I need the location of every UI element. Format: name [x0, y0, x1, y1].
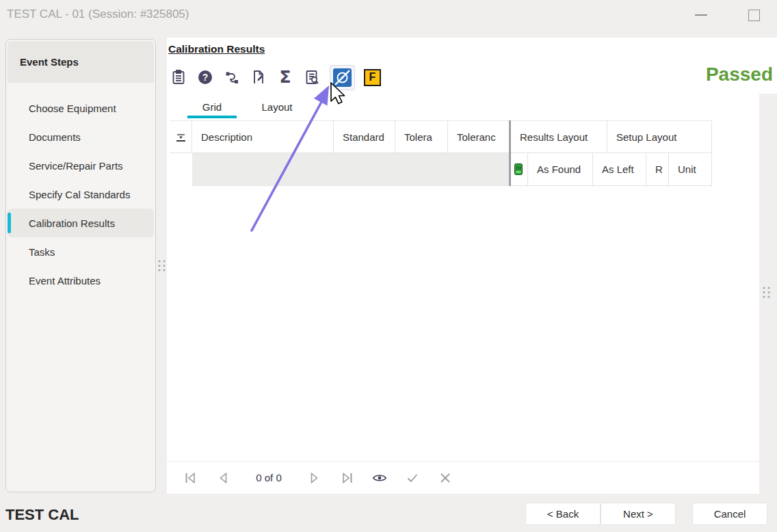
- subcolumn-header-as-found[interactable]: As Found: [528, 153, 593, 186]
- tab-label: Grid: [202, 101, 222, 113]
- sidebar-header: Event Steps: [8, 41, 154, 83]
- splitter-handle-right[interactable]: [761, 286, 772, 299]
- sidebar-item-tasks[interactable]: Tasks: [6, 237, 155, 266]
- row-indicator-column-header[interactable]: [170, 120, 192, 153]
- group-header-setup-layout[interactable]: Setup Layout: [607, 120, 712, 153]
- sidebar-item-label: Tasks: [29, 246, 55, 258]
- maximize-icon[interactable]: [748, 10, 760, 21]
- preview-eye-icon[interactable]: [371, 470, 388, 486]
- minimize-icon[interactable]: [695, 14, 707, 16]
- row-indicator-spacer: [170, 153, 192, 186]
- subcolumn-header-gauge[interactable]: [511, 153, 528, 186]
- event-steps-panel: Event Steps Choose Equipment Documents S…: [5, 39, 156, 492]
- sidebar-nav: Choose Equipment Documents Service/Repai…: [6, 94, 155, 295]
- sidebar-item-label: Documents: [29, 131, 81, 143]
- cancel-button[interactable]: Cancel: [692, 503, 767, 525]
- preview-document-icon[interactable]: [303, 68, 321, 86]
- tab-grid[interactable]: Grid: [178, 94, 246, 120]
- previous-page-icon[interactable]: [215, 470, 232, 486]
- column-label: Tolera: [404, 131, 432, 143]
- cancel-x-icon[interactable]: [437, 470, 453, 486]
- sidebar-item-calibration-results[interactable]: Calibration Results: [8, 209, 154, 237]
- svg-text:?: ?: [202, 72, 209, 83]
- sidebar-item-label: Choose Equipment: [29, 103, 116, 114]
- sidebar-item-documents[interactable]: Documents: [6, 122, 155, 151]
- function-f-icon[interactable]: F: [364, 69, 381, 86]
- group-label: Results Layout: [520, 131, 588, 143]
- fixed-column-divider[interactable]: [509, 120, 511, 186]
- sidebar-item-choose-equipment[interactable]: Choose Equipment: [6, 94, 155, 122]
- grid-header: Description Standard Tolera Toleranc Res…: [170, 120, 712, 186]
- sidebar-item-specify-cal-standards[interactable]: Specify Cal Standards: [6, 180, 155, 209]
- subcolumn-header-as-left[interactable]: As Left: [593, 153, 646, 186]
- column-label: Toleranc: [457, 131, 496, 143]
- column-header-tolerance2[interactable]: Toleranc: [448, 120, 509, 153]
- group-label: Setup Layout: [616, 131, 676, 143]
- column-label: Standard: [343, 131, 384, 143]
- confirm-check-icon[interactable]: [404, 470, 421, 486]
- subcolumn-header-r[interactable]: R: [646, 153, 669, 186]
- toolbar: ? Σ F: [170, 64, 381, 90]
- sigma-glyph: Σ: [279, 69, 291, 85]
- footer-session-title: TEST CAL: [5, 506, 79, 524]
- sum-sigma-icon[interactable]: Σ: [276, 68, 294, 86]
- column-label: Unit: [678, 163, 696, 175]
- f-glyph: F: [369, 71, 376, 83]
- window-title: TEST CAL - 01 (Session: #325805): [7, 8, 189, 21]
- column-label: As Found: [537, 163, 581, 175]
- auto-filter-icon: [174, 131, 187, 144]
- column-header-standard[interactable]: Standard: [334, 120, 395, 153]
- gauge-icon: [333, 68, 352, 87]
- back-button[interactable]: < Back: [525, 503, 601, 525]
- next-button[interactable]: Next >: [601, 503, 676, 525]
- next-page-icon[interactable]: [306, 470, 322, 486]
- subcolumn-header-unit[interactable]: Unit: [669, 153, 712, 186]
- sidebar-item-label: Specify Cal Standards: [29, 189, 130, 200]
- splitter-handle-left[interactable]: [157, 259, 167, 272]
- grid-pager: 0 of 0: [167, 461, 759, 494]
- last-page-icon[interactable]: [339, 470, 355, 486]
- column-label: As Left: [602, 163, 634, 175]
- tab-label: Layout: [261, 101, 292, 113]
- selected-indicator-bar: [8, 213, 11, 233]
- sidebar-item-event-attributes[interactable]: Event Attributes: [6, 266, 155, 295]
- help-icon[interactable]: ?: [196, 68, 214, 86]
- group-header-results-layout[interactable]: Results Layout: [511, 120, 607, 153]
- column-header-tolerance1[interactable]: Tolera: [395, 120, 448, 153]
- column-label: Description: [201, 131, 252, 143]
- sidebar-item-label: Service/Repair Parts: [29, 160, 123, 172]
- status-badge: Passed: [704, 64, 773, 85]
- column-header-description[interactable]: Description: [192, 120, 334, 153]
- column-label: R: [655, 163, 663, 175]
- tab-bar: Grid Layout: [167, 94, 759, 120]
- edit-document-icon[interactable]: [250, 68, 267, 86]
- sidebar-item-service-repair-parts[interactable]: Service/Repair Parts: [6, 151, 155, 180]
- first-page-icon[interactable]: [183, 470, 199, 486]
- filter-row-empty-cell[interactable]: [192, 153, 509, 186]
- pager-position: 0 of 0: [244, 472, 293, 483]
- sidebar-item-label: Calibration Results: [29, 217, 115, 229]
- equipment-gauge-icon: [514, 163, 523, 175]
- clipboard-icon[interactable]: [170, 68, 187, 86]
- page-title: Calibration Results: [168, 43, 265, 55]
- tab-layout[interactable]: Layout: [246, 94, 308, 120]
- sidebar-item-label: Event Attributes: [29, 275, 101, 287]
- gauge-toolbar-button[interactable]: [330, 65, 355, 90]
- connector-route-icon[interactable]: [223, 68, 241, 86]
